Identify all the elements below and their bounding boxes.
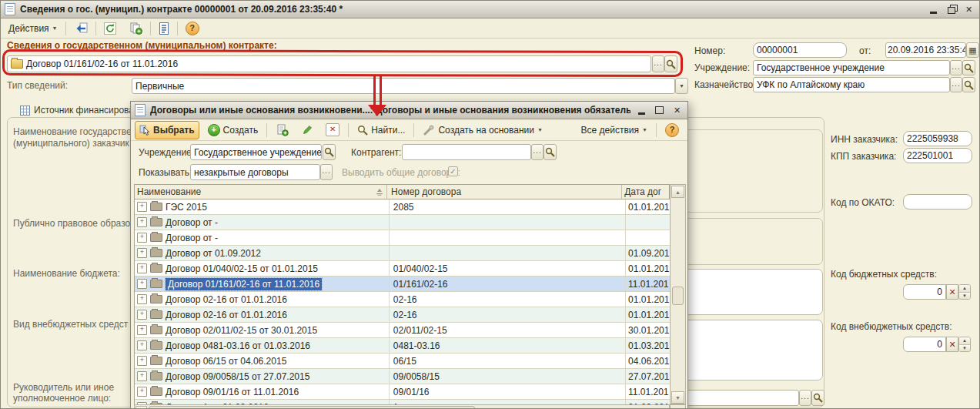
counterparty-input[interactable] xyxy=(402,144,531,160)
number-input[interactable]: 00000001 xyxy=(753,42,847,58)
actions-menu-button[interactable]: Действия▼ xyxy=(4,19,62,38)
extrabudget-code-spinner[interactable]: ▲ ▼ xyxy=(958,337,971,352)
date-input[interactable]: 20.09.2016 23:35:40 xyxy=(885,42,966,58)
dlg-institution-input[interactable]: Государственное учреждение xyxy=(190,144,322,160)
contract-input[interactable]: Договор 01/161/02-16 от 11.01.2016 xyxy=(7,55,651,72)
table-row[interactable]: + Договор 02-16 от 01.01.2016 02-16 01.0… xyxy=(135,307,671,323)
counterparty-search-button[interactable] xyxy=(544,144,557,160)
show-choose-button[interactable]: ... xyxy=(320,164,333,180)
table-row[interactable]: + Договор от - xyxy=(135,215,671,230)
close-icon[interactable]: ✕ xyxy=(962,4,975,15)
scroll-up-icon[interactable]: ▲ xyxy=(671,186,684,198)
contract-date-cell: 01.01.201 xyxy=(626,261,671,276)
column-header-date[interactable]: Дата дог xyxy=(622,185,669,199)
institution-input[interactable]: Государственное учреждение xyxy=(753,60,950,75)
budget-code-clear-icon[interactable]: ✕ xyxy=(946,284,958,300)
kpp-input[interactable]: 222501001 xyxy=(903,148,972,163)
contract-search-button[interactable] xyxy=(664,55,677,72)
create-copy-button[interactable] xyxy=(271,121,293,139)
extrabudget-code-clear-icon[interactable]: ✕ xyxy=(946,337,958,352)
okato-input[interactable] xyxy=(903,194,972,210)
table-row[interactable]: + Договор 02/011/02-15 от 30.01.2015 02/… xyxy=(135,323,671,338)
table-row[interactable]: + Договор 01/040/02-15 от 01.01.2015 01/… xyxy=(135,261,671,277)
dialog-maximize-icon[interactable] xyxy=(653,105,666,116)
toolbar-separator xyxy=(95,22,96,35)
table-row[interactable]: + Договор 02-16 от 01.01.2016 02-16 01.0… xyxy=(135,292,671,307)
spinner-down-icon[interactable]: ▼ xyxy=(959,293,970,300)
horizontal-scrollbar[interactable]: ◄ xyxy=(134,404,670,409)
tab-funding-source[interactable]: Источник финансирова xyxy=(20,105,134,116)
expand-icon[interactable]: + xyxy=(137,217,147,227)
spinner-up-icon[interactable]: ▲ xyxy=(959,285,970,293)
create-copy-button[interactable] xyxy=(125,19,147,38)
expand-icon[interactable]: + xyxy=(137,294,147,304)
column-header-number[interactable]: Номер договора xyxy=(387,185,622,199)
minimize-icon[interactable] xyxy=(927,4,940,15)
budget-code-input[interactable]: 0 xyxy=(903,284,946,300)
head-search-button[interactable] xyxy=(811,390,824,406)
scrollbar-thumb[interactable] xyxy=(672,287,684,305)
budget-code-spinner[interactable]: ▲ ▼ xyxy=(958,284,971,300)
table-row[interactable]: + Договор 01/161/02-16 от 11.01.2016 01/… xyxy=(135,277,671,292)
contract-choose-button[interactable]: ... xyxy=(652,55,664,72)
head-choose-button[interactable]: ... xyxy=(799,390,811,406)
delete-mark-button[interactable]: ✕ xyxy=(321,121,344,139)
column-header-name[interactable]: Наименование xyxy=(135,185,387,199)
table-row[interactable]: + Договор от 01.09.2012 01.09.201 xyxy=(135,246,671,261)
expand-icon[interactable]: + xyxy=(137,263,147,273)
calendar-icon[interactable]: ▦ xyxy=(966,42,979,58)
vertical-scrollbar[interactable]: ▲ ▼ xyxy=(670,184,686,404)
dlg-institution-search-button[interactable] xyxy=(323,144,336,160)
find-button[interactable]: Найти... xyxy=(353,121,410,139)
table-row[interactable]: + Договор 09/01/16 от 11.01.2016 09/01/1… xyxy=(135,384,671,400)
expand-icon[interactable]: + xyxy=(137,310,147,320)
expand-icon[interactable]: + xyxy=(137,325,147,335)
spinner-down-icon[interactable]: ▼ xyxy=(959,345,970,352)
save-and-return-button[interactable] xyxy=(69,19,92,38)
expand-icon[interactable]: + xyxy=(137,233,147,243)
expand-icon[interactable]: + xyxy=(137,356,147,366)
type-combo[interactable]: Первичные xyxy=(132,78,675,94)
expand-icon[interactable]: + xyxy=(137,340,147,350)
expand-icon[interactable]: + xyxy=(137,202,147,212)
dialog-help-button[interactable]: ? xyxy=(661,121,684,139)
scroll-left-icon[interactable]: ◄ xyxy=(135,406,147,409)
spinner-up-icon[interactable]: ▲ xyxy=(959,337,970,345)
scrollbar-thumb[interactable] xyxy=(149,406,475,409)
refresh-button[interactable] xyxy=(99,19,122,38)
create-based-on-button[interactable]: Создать на основании ▼ xyxy=(418,121,547,139)
table-row[interactable]: + Договор 09/0058/15 от 27.07.2015 09/00… xyxy=(135,369,671,384)
expand-icon[interactable]: + xyxy=(137,279,147,289)
institution-search-button[interactable] xyxy=(962,60,975,75)
dialog-minimize-icon[interactable] xyxy=(635,105,648,116)
expand-icon[interactable]: + xyxy=(137,371,147,381)
common-contracts-checkbox[interactable] xyxy=(448,166,458,176)
treasury-input[interactable]: УФК по Алтайскому краю xyxy=(753,77,950,92)
expand-icon[interactable]: + xyxy=(137,248,147,258)
record-button[interactable] xyxy=(154,19,174,38)
inn-input[interactable]: 2225059938 xyxy=(903,131,972,146)
treasury-choose-button[interactable]: ... xyxy=(950,77,962,92)
table-row[interactable]: + Договор 0481-03.16 от 01.03.2016 0481-… xyxy=(135,338,671,354)
help-button[interactable]: ? xyxy=(181,19,204,38)
table-row[interactable]: + Договор 06/15 от 04.06.2015 06/15 04.0… xyxy=(135,354,671,369)
restore-icon[interactable] xyxy=(945,4,958,15)
counterparty-choose-button[interactable]: ... xyxy=(531,144,544,160)
scroll-down-icon[interactable]: ▼ xyxy=(671,391,684,404)
table-row[interactable]: + Договор от - xyxy=(135,230,671,246)
scrollbar-corner xyxy=(670,404,686,409)
type-dropdown-button[interactable]: ▼ xyxy=(675,78,688,94)
all-actions-button[interactable]: Все действия▼ xyxy=(577,121,652,139)
contract-name-cell: + Договор 01/040/02-15 от 01.01.2015 xyxy=(135,261,390,276)
create-button[interactable]: + Создать xyxy=(203,121,263,139)
contract-name-cell: + ГЭС 2015 xyxy=(135,199,390,214)
dialog-close-icon[interactable]: ✕ xyxy=(671,105,684,116)
edit-button[interactable] xyxy=(297,121,317,139)
institution-choose-button[interactable]: ... xyxy=(950,60,962,75)
expand-icon[interactable]: + xyxy=(137,387,147,397)
extrabudget-code-input[interactable]: 0 xyxy=(903,337,946,352)
select-button[interactable]: Выбрать xyxy=(135,121,199,139)
treasury-search-button[interactable] xyxy=(962,77,975,92)
table-row[interactable]: + ГЭС 2015 2085 01.01.201 xyxy=(135,199,671,215)
show-input[interactable]: незакрытые договоры xyxy=(190,164,320,180)
